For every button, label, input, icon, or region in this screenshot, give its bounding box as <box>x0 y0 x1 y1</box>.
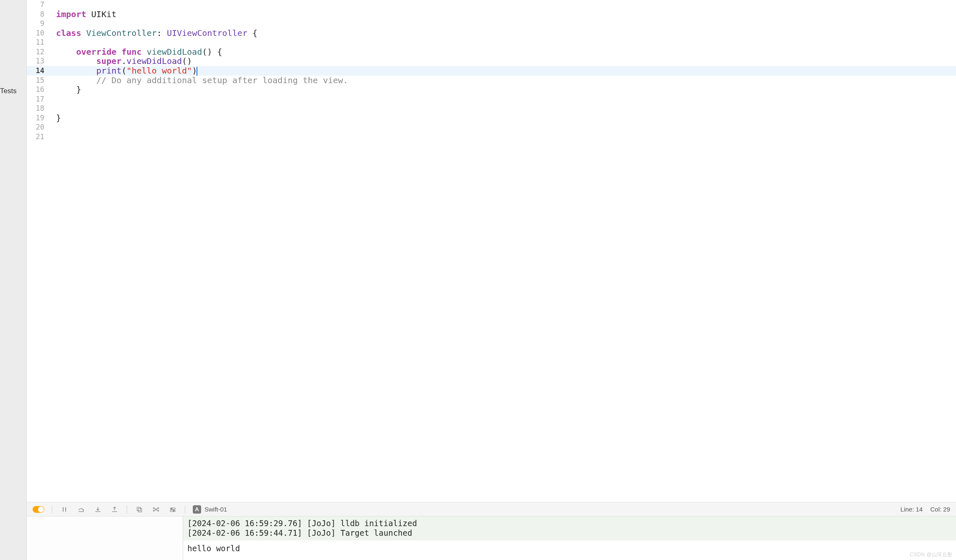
code-content: // Do any additional setup after loading… <box>52 76 348 85</box>
code-content: class ViewController: UIViewController { <box>52 28 258 38</box>
editor-line-status: Line: 14 <box>900 506 923 513</box>
text-cursor <box>197 67 197 76</box>
code-content <box>52 19 56 28</box>
code-content: } <box>52 113 61 123</box>
code-content <box>52 38 56 47</box>
svg-line-17 <box>157 509 158 510</box>
line-number: 7 <box>27 0 52 10</box>
step-into-icon[interactable] <box>93 505 102 514</box>
code-content <box>52 94 56 104</box>
pause-icon[interactable] <box>60 505 69 514</box>
main-panel: 78import UIKit910class ViewController: U… <box>27 0 956 560</box>
line-number: 16 <box>27 85 52 94</box>
line-number: 8 <box>27 10 52 19</box>
code-line[interactable]: 8import UIKit <box>27 10 956 19</box>
code-content <box>52 132 56 142</box>
code-line[interactable]: 11 <box>27 38 956 47</box>
view-debugger-icon[interactable] <box>135 505 144 514</box>
editor-col-status: Col: 29 <box>930 506 950 513</box>
code-content <box>52 104 56 113</box>
svg-rect-19 <box>170 510 175 512</box>
console-stdout-line: hello world <box>183 540 956 556</box>
svg-point-13 <box>158 510 159 511</box>
svg-point-12 <box>158 507 159 509</box>
line-number: 12 <box>27 47 52 57</box>
console-log-line: [2024-02-06 16:59:44.71] [JoJo] Target l… <box>187 528 952 538</box>
line-number: 14 <box>27 66 52 76</box>
line-number: 17 <box>27 94 52 104</box>
code-content: import UIKit <box>52 10 117 19</box>
svg-line-15 <box>154 509 155 510</box>
code-content <box>52 0 56 10</box>
svg-point-11 <box>155 509 156 510</box>
line-number: 21 <box>27 132 52 142</box>
svg-rect-8 <box>138 508 142 512</box>
step-over-icon[interactable] <box>77 505 86 514</box>
line-number: 11 <box>27 38 52 47</box>
variables-view[interactable] <box>27 517 183 560</box>
debug-console: [2024-02-06 16:59:29.76] [JoJo] lldb ini… <box>27 517 956 560</box>
memory-graph-icon[interactable] <box>151 505 161 514</box>
code-line[interactable]: 9 <box>27 19 956 28</box>
code-line[interactable]: 12 override func viewDidLoad() { <box>27 47 956 57</box>
code-editor[interactable]: 78import UIKit910class ViewController: U… <box>27 0 956 502</box>
line-number: 19 <box>27 113 52 123</box>
toolbar-separator <box>185 506 185 513</box>
svg-point-21 <box>173 510 174 511</box>
line-number: 13 <box>27 56 52 66</box>
line-number: 10 <box>27 28 52 38</box>
toggle-knob <box>38 507 44 512</box>
console-log-line: [2024-02-06 16:59:29.76] [JoJo] lldb ini… <box>187 519 952 528</box>
code-line[interactable]: 15 // Do any additional setup after load… <box>27 76 956 85</box>
console-output[interactable]: [2024-02-06 16:59:29.76] [JoJo] lldb ini… <box>183 517 956 560</box>
line-number: 20 <box>27 122 52 132</box>
code-content: } <box>52 85 81 94</box>
code-content <box>52 122 56 132</box>
svg-point-9 <box>153 507 154 509</box>
code-line[interactable]: 19} <box>27 113 956 123</box>
svg-line-16 <box>157 508 158 509</box>
svg-rect-7 <box>137 507 141 510</box>
code-line[interactable]: 18 <box>27 104 956 113</box>
target-app-icon: A <box>193 505 201 514</box>
debug-target-selector[interactable]: A Swift-01 <box>193 505 227 514</box>
code-line[interactable]: 10class ViewController: UIViewController… <box>27 28 956 38</box>
code-line[interactable]: 20 <box>27 122 956 132</box>
environment-overrides-icon[interactable] <box>168 505 177 514</box>
breakpoint-toggle[interactable] <box>33 506 44 513</box>
code-line[interactable]: 13 super.viewDidLoad() <box>27 56 956 66</box>
svg-point-20 <box>171 508 172 509</box>
code-content: super.viewDidLoad() <box>52 56 192 66</box>
code-line[interactable]: 16 } <box>27 85 956 94</box>
code-line[interactable]: 21 <box>27 132 956 142</box>
code-line[interactable]: 7 <box>27 0 956 10</box>
sidebar-partial-label: Tests <box>0 87 17 95</box>
code-line[interactable]: 17 <box>27 94 956 104</box>
step-out-icon[interactable] <box>110 505 119 514</box>
line-number: 15 <box>27 76 52 85</box>
line-number: 18 <box>27 104 52 113</box>
svg-point-10 <box>153 510 154 511</box>
watermark: CSDN @山河丘壑 <box>910 551 953 558</box>
svg-rect-18 <box>170 508 175 509</box>
toolbar-separator <box>52 506 52 513</box>
code-content: override func viewDidLoad() { <box>52 47 222 57</box>
code-line[interactable]: 14 print("hello world") <box>27 66 956 76</box>
navigator-sidebar: Tests <box>0 0 27 560</box>
svg-line-14 <box>154 508 155 509</box>
toolbar-separator <box>127 506 127 513</box>
debug-toolbar: A Swift-01 Line: 14 Col: 29 <box>27 502 956 517</box>
line-number: 9 <box>27 19 52 28</box>
code-content: print("hello world") <box>52 66 197 76</box>
console-log-block: [2024-02-06 16:59:29.76] [JoJo] lldb ini… <box>183 517 956 540</box>
target-name: Swift-01 <box>204 506 227 513</box>
